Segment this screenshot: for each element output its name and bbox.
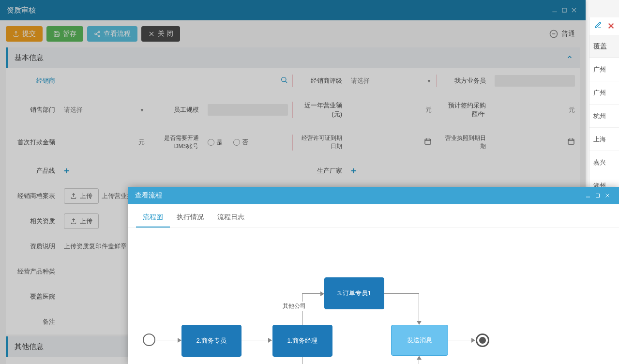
flow-node-biz-specialist[interactable]: 2.商务专员 (181, 325, 242, 357)
maximize-icon[interactable] (593, 193, 603, 198)
flow-node-send-msg[interactable]: 发送消息 (391, 325, 448, 356)
flow-dialog-titlebar: 查看流程 (128, 187, 619, 204)
flow-node-biz-manager[interactable]: 1.商务经理 (272, 325, 332, 357)
tab-execution[interactable]: 执行情况 (170, 208, 211, 228)
minimize-icon[interactable] (583, 193, 593, 198)
flow-start-node (143, 334, 155, 346)
right-col-header: 覆盖 (589, 35, 619, 58)
flow-dialog-title: 查看流程 (135, 191, 583, 200)
flow-dialog: 查看流程 流程图 执行情况 流程日志 2.商务专员 1.商务经理 3.订单专员1… (128, 187, 619, 364)
right-col-cell[interactable]: 广州 (589, 58, 619, 81)
delete-icon[interactable]: ✕ (607, 21, 615, 31)
flow-node-order1[interactable]: 3.订单专员1 (324, 277, 384, 309)
close-icon[interactable] (603, 193, 612, 198)
edit-icon[interactable] (594, 21, 602, 31)
right-col-cell[interactable]: 嘉兴 (589, 151, 619, 174)
right-col-cell[interactable]: 杭州 (589, 105, 619, 128)
tab-log[interactable]: 流程日志 (211, 208, 251, 228)
flow-canvas: 2.商务专员 1.商务经理 3.订单专员1 4.订单专员/商务专员 发送消息 其… (128, 228, 619, 364)
edge-label-other: 其他公司 (281, 302, 307, 311)
tab-flowchart[interactable]: 流程图 (136, 208, 170, 228)
svg-rect-24 (596, 194, 600, 197)
right-col-cell[interactable]: 广州 (589, 81, 619, 105)
flow-end-node (476, 334, 489, 347)
right-col-cell[interactable]: 上海 (589, 128, 619, 151)
flow-tabs: 流程图 执行情况 流程日志 (128, 208, 619, 228)
